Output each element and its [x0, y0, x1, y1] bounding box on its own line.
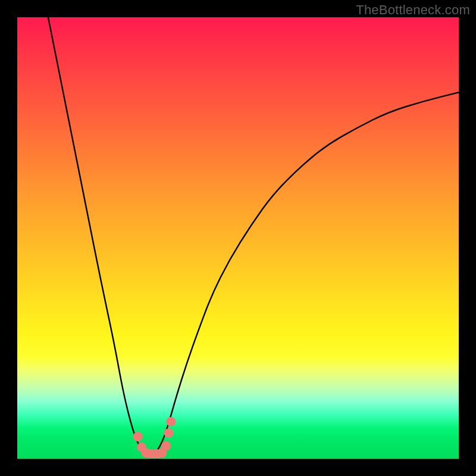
chart-frame: TheBottleneck.com	[0, 0, 476, 476]
watermark-label: TheBottleneck.com	[356, 2, 470, 18]
gradient-plot-area	[17, 17, 459, 459]
